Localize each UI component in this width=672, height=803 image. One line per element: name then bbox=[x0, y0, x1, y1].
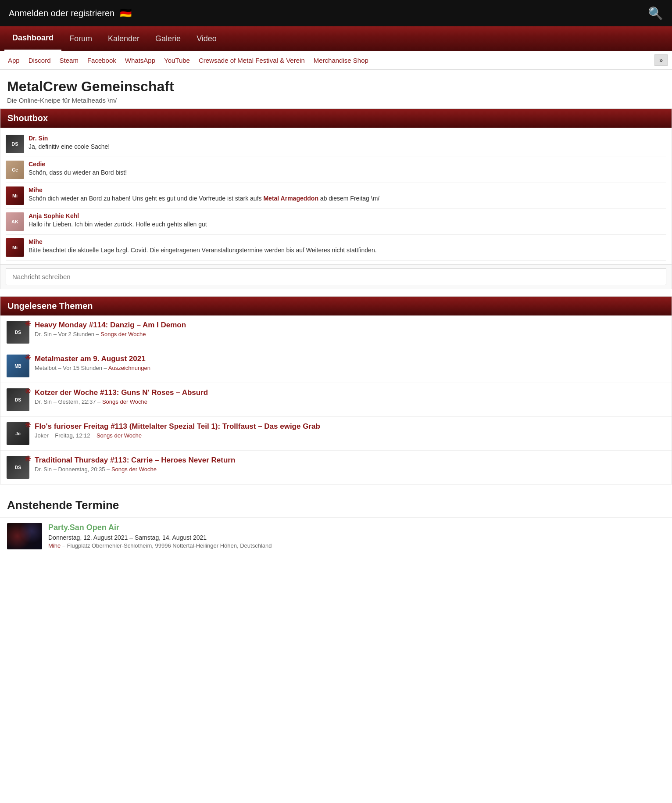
link-facebook[interactable]: Facebook bbox=[84, 56, 120, 65]
shoutbox-input-area bbox=[0, 264, 672, 289]
topic-info: Kotzer der Woche #113: Guns N' Roses – A… bbox=[35, 388, 665, 405]
topic-meta: Dr. Sin – Donnerstag, 20:35 – Songs der … bbox=[35, 466, 665, 473]
topic-meta: Metalbot – Vor 15 Stunden – Auszeichnung… bbox=[35, 365, 665, 371]
ungelesene-themen: Ungelesene Themen DS ✳ Heavy Monday #114… bbox=[0, 296, 672, 484]
topic-item: DS ✳ Traditional Thursday #113: Carrie –… bbox=[0, 451, 672, 484]
new-badge-icon: ✳ bbox=[25, 387, 31, 396]
shout-text: Schön, dass du wieder an Bord bist! bbox=[29, 168, 666, 177]
nav-video[interactable]: Video bbox=[189, 27, 225, 50]
topic-title-link[interactable]: Flo's furioser Freitag #113 (Mittelalter… bbox=[35, 422, 665, 431]
topic-item: Jo ✳ Flo's furioser Freitag #113 (Mittel… bbox=[0, 417, 672, 451]
topic-info: Traditional Thursday #113: Carrie – Hero… bbox=[35, 456, 665, 473]
page-subtitle: Die Online-Kneipe für Metalheads \m/ bbox=[7, 97, 665, 104]
search-icon[interactable]: 🔍 bbox=[648, 6, 663, 21]
topic-category-link[interactable]: Auszeichnungen bbox=[108, 365, 150, 371]
shout-username[interactable]: Cedie bbox=[29, 161, 666, 168]
shoutbox-input[interactable] bbox=[6, 268, 666, 285]
topic-category-link[interactable]: Songs der Woche bbox=[100, 331, 146, 337]
topic-info: Heavy Monday #114: Danzig – Am I Demon D… bbox=[35, 321, 665, 337]
event-image bbox=[7, 523, 42, 549]
event-name-link[interactable]: Party.San Open Air bbox=[48, 523, 665, 532]
topic-item: DS ✳ Kotzer der Woche #113: Guns N' Rose… bbox=[0, 383, 672, 417]
shout-text: Bitte beachtet die aktuelle Lage bzgl. C… bbox=[29, 246, 666, 255]
shout-text: Ja, definitiv eine coole Sache! bbox=[29, 143, 666, 151]
event-author-link[interactable]: Mihe bbox=[48, 542, 61, 549]
avatar: Mi bbox=[6, 238, 24, 257]
link-discord[interactable]: Discord bbox=[25, 56, 54, 65]
shout-username[interactable]: Dr. Sin bbox=[29, 135, 666, 142]
flag-icon: 🇩🇪 bbox=[120, 7, 132, 19]
nav-galerie[interactable]: Galerie bbox=[147, 27, 189, 50]
event-image-bg bbox=[7, 523, 42, 549]
avatar: Ce bbox=[6, 161, 24, 179]
shout-text: Hallo ihr Lieben. Ich bin wieder zurück.… bbox=[29, 220, 666, 229]
nav-kalender[interactable]: Kalender bbox=[100, 27, 147, 50]
new-badge-icon: ✳ bbox=[25, 353, 31, 362]
shout-content: Anja Sophie Kehl Hallo ihr Lieben. Ich b… bbox=[29, 212, 666, 231]
shout-item: Mi Mihe Bitte beachtet die aktuelle Lage… bbox=[6, 235, 666, 261]
new-badge-icon: ✳ bbox=[25, 420, 31, 430]
topic-title-link[interactable]: Metalmaster am 9. August 2021 bbox=[35, 355, 665, 363]
topic-avatar-wrap: DS ✳ bbox=[7, 321, 29, 344]
topic-avatar-wrap: DS ✳ bbox=[7, 456, 29, 479]
topic-title-link[interactable]: Heavy Monday #114: Danzig – Am I Demon bbox=[35, 321, 665, 330]
link-whatsapp[interactable]: WhatsApp bbox=[122, 56, 159, 65]
topic-time: Freitag, 12:12 bbox=[55, 432, 90, 439]
page-title: MetalCrew Gemeinschaft bbox=[7, 79, 665, 95]
link-youtube[interactable]: YouTube bbox=[161, 56, 193, 65]
link-app[interactable]: App bbox=[4, 56, 23, 65]
link-steam[interactable]: Steam bbox=[56, 56, 82, 65]
event-dates: Donnerstag, 12. August 2021 – Samstag, 1… bbox=[48, 534, 665, 541]
topic-author: Dr. Sin bbox=[35, 331, 52, 337]
anstehende-termine: Anstehende Termine Party.San Open Air Do… bbox=[0, 491, 672, 555]
shout-item: Mi Mihe Schön dich wieder an Bord zu hab… bbox=[6, 183, 666, 209]
topic-category-link[interactable]: Songs der Woche bbox=[97, 432, 142, 439]
event-info: Party.San Open Air Donnerstag, 12. Augus… bbox=[48, 523, 665, 549]
expand-links-button[interactable]: » bbox=[654, 54, 668, 66]
topic-author: Dr. Sin bbox=[35, 398, 52, 405]
topic-title-link[interactable]: Traditional Thursday #113: Carrie – Hero… bbox=[35, 456, 665, 465]
topic-category-link[interactable]: Songs der Woche bbox=[111, 466, 157, 473]
shout-content: Mihe Bitte beachtet die aktuelle Lage bz… bbox=[29, 238, 666, 257]
shout-item: Ce Cedie Schön, dass du wieder an Bord b… bbox=[6, 157, 666, 183]
ungelesene-header: Ungelesene Themen bbox=[0, 297, 672, 315]
shout-content: Cedie Schön, dass du wieder an Bord bist… bbox=[29, 161, 666, 179]
link-crewsade[interactable]: Crewsade of Metal Festival & Verein bbox=[195, 56, 308, 65]
topic-time: Donnerstag, 20:35 bbox=[58, 466, 105, 473]
topic-author: Dr. Sin bbox=[35, 466, 52, 473]
topic-avatar-wrap: MB ✳ bbox=[7, 355, 29, 377]
metal-armageddon-link[interactable]: Metal Armageddon bbox=[263, 195, 318, 202]
topic-avatar-wrap: DS ✳ bbox=[7, 388, 29, 411]
shout-text: Schön dich wieder an Bord zu haben! Uns … bbox=[29, 194, 666, 203]
topic-time: Vor 2 Stunden bbox=[58, 331, 94, 337]
login-register-link[interactable]: Anmelden oder registrieren bbox=[9, 8, 114, 18]
main-nav: Dashboard Forum Kalender Galerie Video bbox=[0, 26, 672, 51]
avatar: Mi bbox=[6, 186, 24, 205]
link-merchandise[interactable]: Merchandise Shop bbox=[310, 56, 372, 65]
topic-item: MB ✳ Metalmaster am 9. August 2021 Metal… bbox=[0, 349, 672, 383]
shout-item: DS Dr. Sin Ja, definitiv eine coole Sach… bbox=[6, 131, 666, 157]
shoutbox-header: Shoutbox bbox=[0, 109, 672, 128]
event-meta: Mihe – Flugplatz Obermehler-Schlotheim, … bbox=[48, 542, 665, 549]
shoutbox-messages: DS Dr. Sin Ja, definitiv eine coole Sach… bbox=[0, 128, 672, 264]
shout-username[interactable]: Mihe bbox=[29, 186, 666, 194]
topic-category-link[interactable]: Songs der Woche bbox=[102, 398, 147, 405]
topic-meta: Joker – Freitag, 12:12 – Songs der Woche bbox=[35, 432, 665, 439]
nav-dashboard[interactable]: Dashboard bbox=[4, 26, 61, 51]
topic-title-link[interactable]: Kotzer der Woche #113: Guns N' Roses – A… bbox=[35, 388, 665, 397]
avatar: DS bbox=[6, 135, 24, 153]
shout-username[interactable]: Anja Sophie Kehl bbox=[29, 212, 666, 219]
topic-author: Metalbot bbox=[35, 365, 57, 371]
shout-content: Mihe Schön dich wieder an Bord zu haben!… bbox=[29, 186, 666, 205]
top-bar: Anmelden oder registrieren 🇩🇪 🔍 bbox=[0, 0, 672, 26]
topic-avatar-wrap: Jo ✳ bbox=[7, 422, 29, 445]
topic-time: Gestern, 22:37 bbox=[58, 398, 96, 405]
nav-forum[interactable]: Forum bbox=[61, 27, 100, 50]
shout-content: Dr. Sin Ja, definitiv eine coole Sache! bbox=[29, 135, 666, 153]
topic-meta: Dr. Sin – Gestern, 22:37 – Songs der Woc… bbox=[35, 398, 665, 405]
avatar: AK bbox=[6, 212, 24, 231]
topic-time: Vor 15 Stunden bbox=[63, 365, 102, 371]
shout-username[interactable]: Mihe bbox=[29, 238, 666, 245]
shout-item: AK Anja Sophie Kehl Hallo ihr Lieben. Ic… bbox=[6, 209, 666, 235]
topic-author: Joker bbox=[35, 432, 49, 439]
